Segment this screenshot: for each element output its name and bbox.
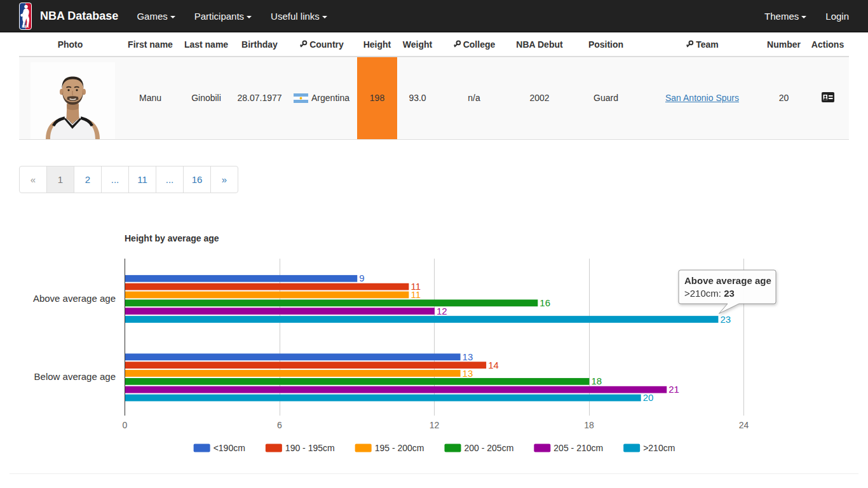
cell-nba-debut: 2002 [510, 57, 569, 139]
bar[interactable] [125, 353, 461, 360]
bar[interactable] [125, 292, 409, 299]
bar-value-label: 14 [488, 360, 499, 370]
pagination-page-2[interactable]: 2 [74, 166, 102, 193]
pagination-page-16[interactable]: 16 [184, 166, 211, 193]
table-header-row: Photo First name Last name Birthday Coun… [19, 32, 849, 57]
legend-label[interactable]: >210cm [643, 443, 675, 453]
bar[interactable] [125, 395, 641, 402]
col-header-first-name: First name [121, 32, 179, 57]
vcard-icon [822, 92, 834, 102]
bar-value-label: 20 [643, 392, 654, 403]
legend-swatch[interactable] [266, 444, 282, 452]
chart-section: Height by average age0612182491111161223… [0, 226, 868, 461]
legend-swatch[interactable] [194, 444, 210, 452]
key-icon [453, 40, 461, 48]
col-header-team: Team [643, 32, 761, 57]
nav-item-themes[interactable]: Themes [755, 1, 816, 31]
pagination-next[interactable]: » [211, 166, 238, 193]
chart-tooltip: Above average age>210cm: 23 [679, 270, 776, 314]
col-header-weight: Weight [397, 32, 438, 57]
bar-value-label: 12 [437, 306, 447, 316]
player-photo-cell [19, 57, 121, 139]
bar-value-label: 13 [463, 368, 473, 379]
chart-legend: <190cm190 - 195cm195 - 200cm200 - 205cm2… [194, 443, 675, 453]
x-tick-label: 6 [277, 420, 282, 430]
nav-item-games[interactable]: Games [127, 1, 184, 31]
pagination-page-11[interactable]: 11 [129, 166, 156, 193]
key-icon [299, 40, 308, 48]
category-label: Below average age [34, 371, 116, 382]
brand[interactable]: NBA NBA Database [19, 3, 118, 30]
bar-value-label: 21 [668, 384, 679, 395]
bar[interactable] [125, 308, 435, 315]
height-by-age-chart: Height by average age0612182491111161223… [0, 226, 868, 461]
col-header-position: Position [569, 32, 643, 57]
bottom-divider [10, 473, 858, 474]
navbar: NBA NBA Database Games Participants Usef… [0, 0, 868, 32]
chart-title: Height by average age [125, 233, 219, 243]
nav-item-useful-links[interactable]: Useful links [261, 1, 337, 31]
bar-value-label: 9 [359, 273, 364, 283]
bar[interactable] [125, 316, 718, 323]
legend-swatch[interactable] [623, 444, 640, 452]
legend-swatch[interactable] [445, 444, 461, 452]
tooltip-category: Above average age [684, 275, 771, 286]
cell-height: 198 [357, 57, 397, 139]
pagination-prev[interactable]: « [19, 166, 47, 193]
bar-value-label: 11 [410, 289, 421, 300]
caret-down-icon [247, 16, 252, 18]
players-table: Photo First name Last name Birthday Coun… [19, 32, 849, 140]
bar[interactable] [125, 283, 409, 290]
nav-item-participants[interactable]: Participants [185, 1, 261, 31]
argentina-flag-icon [294, 93, 308, 103]
bar[interactable] [125, 386, 667, 393]
x-tick-label: 24 [739, 420, 749, 430]
cell-birthday: 28.07.1977 [233, 57, 286, 139]
bar-value-label: 23 [720, 314, 731, 325]
nav-menu-left: Games Participants Useful links [127, 1, 336, 31]
key-icon [686, 40, 694, 48]
bar[interactable] [125, 299, 538, 306]
view-profile-button[interactable] [822, 92, 834, 102]
legend-label[interactable]: 195 - 200cm [375, 443, 424, 453]
nba-logo-icon: NBA [19, 3, 32, 30]
bar-value-label: 13 [463, 351, 473, 362]
legend-swatch[interactable] [534, 444, 550, 452]
cell-number: 20 [761, 57, 806, 139]
legend-label[interactable]: 200 - 205cm [465, 443, 514, 453]
col-header-country: Country [286, 32, 357, 57]
col-header-actions: Actions [806, 32, 849, 57]
bar[interactable] [125, 378, 590, 385]
legend-label[interactable]: 190 - 195cm [285, 443, 335, 453]
cell-country: Argentina [286, 57, 357, 139]
bar[interactable] [125, 362, 486, 369]
col-header-birthday: Birthday [233, 32, 286, 57]
legend-label[interactable]: <190cm [214, 443, 245, 453]
legend-label[interactable]: 205 - 210cm [553, 443, 603, 453]
cell-position: Guard [569, 57, 643, 139]
cell-first-name: Manu [121, 57, 179, 139]
x-tick-label: 0 [123, 420, 128, 430]
bar[interactable] [125, 370, 461, 377]
caret-down-icon [801, 16, 806, 18]
bar-value-label: 16 [539, 297, 550, 308]
cell-last-name: Ginobili [179, 57, 233, 139]
cell-team: San Antonio Spurs [643, 57, 761, 139]
col-header-college: College [438, 32, 510, 57]
pagination: « 1 2 ... 11 ... 16 » [19, 166, 238, 193]
col-header-last-name: Last name [179, 32, 233, 57]
category-label: Above average age [33, 293, 116, 304]
pagination-ellipsis: ... [156, 166, 184, 193]
bar-value-label: 18 [592, 376, 602, 386]
nav-item-login[interactable]: Login [816, 1, 849, 31]
pagination-page-1[interactable]: 1 [47, 166, 74, 193]
bar[interactable] [125, 275, 357, 282]
col-header-height: Height [357, 32, 397, 57]
cell-weight: 93.0 [397, 57, 438, 139]
col-header-number: Number [761, 32, 806, 57]
team-link[interactable]: San Antonio Spurs [665, 93, 739, 103]
app-title[interactable]: NBA Database [40, 10, 118, 23]
legend-swatch[interactable] [355, 444, 372, 452]
pagination-ellipsis: ... [102, 166, 129, 193]
caret-down-icon [170, 16, 175, 18]
